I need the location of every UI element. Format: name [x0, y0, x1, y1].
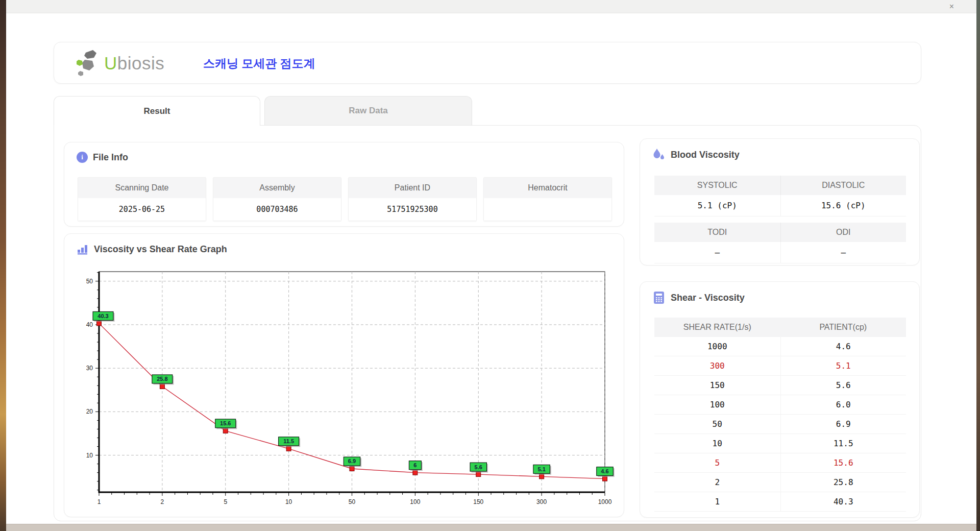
table-row: 1006.0	[654, 395, 906, 415]
column-header: DIASTOLIC	[780, 176, 906, 195]
data-label-text: 11.5	[283, 438, 294, 444]
data-point-marker	[223, 428, 228, 433]
y-tick-label: 20	[86, 408, 93, 415]
shear-header-row: SHEAR RATE(1/s)PATIENT(cp)	[654, 318, 906, 337]
column-header: SYSTOLIC	[654, 176, 780, 195]
x-tick-label: 10	[285, 498, 292, 505]
ubiosis-logo: Ubiosis	[76, 50, 164, 77]
column-header: ODI	[780, 223, 906, 242]
shear-rate-cell: 1	[654, 492, 780, 512]
tab-result[interactable]: Result	[54, 96, 260, 126]
data-label-text: 40.3	[97, 313, 108, 319]
shear-rate-cell: 5	[654, 453, 780, 473]
table-row: 506.9	[654, 415, 906, 434]
desktop-wallpaper-left	[0, 0, 6, 531]
x-tick-label: 5	[224, 498, 227, 505]
table-row: 515.6	[654, 453, 906, 473]
ubiosis-logo-text: Ubiosis	[104, 53, 164, 74]
data-label-text: 6	[413, 462, 416, 468]
x-tick-label: 100	[410, 498, 420, 505]
data-label-text: 15.6	[220, 420, 231, 426]
field-value: 51751925300	[349, 198, 476, 221]
blood-value-row: 5.1 (cP)15.6 (cP)	[654, 195, 906, 216]
y-tick-label: 40	[86, 321, 93, 328]
tab-raw-data[interactable]: Raw Data	[264, 96, 472, 125]
column-header: PATIENT(cp)	[780, 318, 906, 337]
x-tick-label: 50	[349, 498, 356, 505]
x-tick-label: 1	[97, 498, 101, 505]
patient-cell: 6.9	[780, 415, 906, 434]
y-tick-label: 10	[86, 452, 93, 459]
calculator-icon	[652, 291, 666, 304]
value-cell: 5.1 (cP)	[654, 195, 780, 216]
x-tick-label: 2	[161, 498, 164, 505]
field-value	[484, 198, 611, 221]
table-row: 1011.5	[654, 434, 906, 453]
shear-rate-cell: 100	[654, 395, 780, 415]
blood-header-row: TODIODI	[654, 223, 906, 242]
field-label: Hematocrit	[484, 178, 611, 198]
blood-viscosity-card: Blood Viscosity SYSTOLICDIASTOLIC5.1 (cP…	[640, 138, 920, 266]
data-point-marker	[286, 446, 291, 451]
bar-chart-icon	[77, 243, 89, 255]
file-field-hematocrit: Hematocrit	[483, 177, 612, 221]
header-card: Ubiosis 스캐닝 모세관 점도계	[54, 42, 921, 84]
ubiosis-logo-icon	[76, 50, 101, 77]
blood-viscosity-heading: Blood Viscosity	[671, 150, 740, 160]
file-info-card: i File Info Scanning Date2025-06-25Assem…	[64, 142, 624, 227]
data-point-marker	[540, 474, 544, 479]
logo-u: U	[104, 53, 117, 73]
column-header: TODI	[654, 223, 780, 242]
x-tick-label: 150	[473, 498, 483, 505]
patient-cell: 11.5	[780, 434, 906, 453]
field-label: Scanning Date	[78, 178, 206, 198]
file-field-assembly: Assembly000703486	[213, 177, 341, 221]
data-point-marker	[97, 321, 102, 326]
data-label-text: 5.6	[475, 464, 482, 470]
graph-heading: Viscosity vs Shear Rate Graph	[94, 244, 227, 255]
table-row: 1505.6	[654, 376, 906, 395]
close-icon[interactable]: ×	[949, 2, 954, 12]
shear-viscosity-table: SHEAR RATE(1/s)PATIENT(cp)10004.63005.11…	[654, 318, 906, 512]
viscosity-shear-rate-chart: 10203040501251050100150300100040.325.815…	[79, 263, 625, 509]
x-tick-label: 300	[536, 498, 547, 505]
patient-cell: 5.6	[780, 376, 906, 395]
shear-viscosity-heading: Shear - Viscosity	[671, 293, 745, 303]
y-tick-label: 30	[86, 365, 93, 372]
data-label-text: 4.6	[601, 468, 608, 474]
data-point-marker	[350, 466, 354, 471]
shear-rate-cell: 1000	[654, 337, 780, 356]
patient-cell: 40.3	[780, 492, 906, 512]
patient-cell: 6.0	[780, 395, 906, 415]
value-cell: –	[780, 242, 906, 263]
table-row: 225.8	[654, 473, 906, 492]
window-bottom-edge	[6, 524, 976, 531]
app-title: 스캐닝 모세관 점도계	[203, 56, 315, 71]
field-label: Assembly	[213, 178, 341, 198]
table-gap	[654, 216, 906, 223]
window-titlebar: ×	[6, 0, 976, 13]
y-tick-label: 50	[86, 278, 93, 285]
shear-rate-cell: 300	[654, 356, 780, 376]
droplets-icon	[652, 148, 666, 161]
file-field-patient-id: Patient ID51751925300	[348, 177, 477, 221]
data-label-text: 25.8	[157, 376, 167, 382]
blood-value-row: ––	[654, 242, 906, 263]
value-cell: –	[654, 242, 780, 263]
info-icon: i	[77, 152, 88, 163]
data-point-marker	[476, 472, 481, 477]
x-tick-label: 1000	[598, 498, 612, 505]
blood-viscosity-table: SYSTOLICDIASTOLIC5.1 (cP)15.6 (cP)TODIOD…	[654, 176, 906, 263]
patient-cell: 5.1	[780, 356, 906, 376]
field-label: Patient ID	[349, 178, 476, 198]
table-row: 140.3	[654, 492, 906, 512]
patient-cell: 25.8	[780, 473, 906, 492]
desktop-wallpaper-right	[976, 0, 980, 531]
table-row: 3005.1	[654, 356, 906, 376]
data-point-marker	[413, 470, 418, 475]
shear-rate-cell: 150	[654, 376, 780, 395]
logo-biosis: biosis	[117, 53, 164, 73]
value-cell: 15.6 (cP)	[780, 195, 906, 216]
file-info-fields: Scanning Date2025-06-25Assembly000703486…	[78, 177, 612, 221]
file-field-scanning-date: Scanning Date2025-06-25	[78, 177, 206, 221]
